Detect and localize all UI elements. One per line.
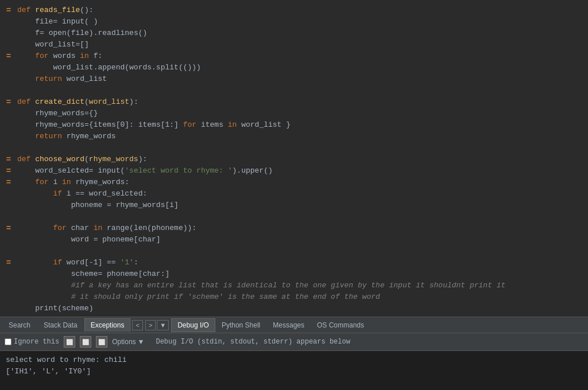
output-line-2: ['IH1', 'L', 'IY0']: [6, 366, 582, 377]
line-gutter: =: [0, 177, 17, 188]
toolbar-icon-btn-3[interactable]: ⬜: [96, 336, 107, 348]
line-content: word_list.append(words.split(())): [17, 62, 582, 73]
line-content: print(scheme): [17, 303, 582, 314]
code-line: =def create_dict(word_list):: [0, 96, 588, 108]
code-line: = for i in rhyme_words:: [0, 177, 588, 188]
output-line-1: select word to rhyme: chili: [6, 354, 582, 366]
code-line: print(scheme): [0, 303, 588, 314]
code-line: rhyme_words={items[0]: items[1:] for ite…: [0, 119, 588, 131]
line-content: word_selcted= input('select word to rhym…: [17, 165, 582, 177]
ignore-label: Ignore this: [14, 338, 59, 346]
toolbar-icon-btn-1[interactable]: ⬜: [64, 336, 75, 348]
debug-tab-messages[interactable]: Messages: [266, 318, 311, 332]
debug-tab-python-shell[interactable]: Python Shell: [215, 318, 266, 332]
code-line: [0, 85, 588, 96]
line-gutter: =: [0, 5, 17, 16]
line-content: scheme= phoneme[char:]: [17, 268, 582, 280]
line-content: for i in rhyme_words:: [17, 177, 582, 188]
line-content: word = phoneme[char]: [17, 234, 582, 245]
tab-stack-data[interactable]: Stack Data: [37, 318, 84, 332]
debug-tab-debug-i/o[interactable]: Debug I/O: [171, 318, 215, 332]
line-gutter: =: [0, 96, 17, 108]
line-content: for words in f:: [17, 50, 582, 62]
line-content: rhyme_words={}: [17, 108, 582, 119]
toolbar-bar: Ignore this ⬜ ⬜ ⬜ Options ▼ Debug I/O (s…: [0, 333, 588, 350]
line-gutter: =: [0, 154, 17, 165]
line-content: if word[-1] == '1':: [17, 257, 582, 268]
code-line: # it should only print if 'scheme' is th…: [0, 291, 588, 303]
code-line: [0, 245, 588, 257]
line-content: file= input( ): [17, 16, 582, 28]
code-line: print(): [0, 314, 588, 317]
line-content: return rhyme_words: [17, 131, 582, 142]
code-line: return rhyme_words: [0, 131, 588, 142]
ignore-checkbox-label[interactable]: Ignore this: [5, 338, 59, 346]
line-gutter: =: [0, 257, 17, 268]
code-line: =def reads_file():: [0, 5, 588, 16]
code-line: if i == word_selcted:: [0, 188, 588, 200]
code-line: [0, 142, 588, 154]
code-line: file= input( ): [0, 16, 588, 28]
code-line: scheme= phoneme[char:]: [0, 268, 588, 280]
tab-search[interactable]: Search: [2, 318, 37, 332]
code-line: #if a key has an entire list that is ide…: [0, 280, 588, 291]
code-line: =def choose_word(rhyme_words):: [0, 154, 588, 165]
nav-next-button[interactable]: >: [145, 320, 156, 330]
code-line: [0, 211, 588, 223]
toolbar-icon-btn-2[interactable]: ⬜: [80, 336, 91, 348]
line-content: # it should only print if 'scheme' is th…: [17, 291, 582, 303]
line-content: rhyme_words={items[0]: items[1:] for ite…: [17, 119, 582, 131]
code-line: word_list.append(words.split(())): [0, 62, 588, 73]
line-content: def choose_word(rhyme_words):: [17, 154, 582, 165]
ignore-checkbox[interactable]: [5, 338, 11, 345]
bottom-panel: SearchStack DataExceptions < > ▼ Debug I…: [0, 317, 588, 390]
nav-dropdown-button[interactable]: ▼: [157, 320, 169, 330]
code-line: return word_list: [0, 73, 588, 85]
code-line: = for char in range(len(phoneme)):: [0, 223, 588, 234]
code-line: = for words in f:: [0, 50, 588, 62]
output-area: select word to rhyme: chili ['IH1', 'L',…: [0, 351, 588, 390]
line-content: def create_dict(word_list):: [17, 96, 582, 108]
line-content: if i == word_selcted:: [17, 188, 582, 200]
debug-tab-os-commands[interactable]: OS Commands: [311, 318, 370, 332]
code-line: rhyme_words={}: [0, 108, 588, 119]
code-line: phoneme = rhyme_words[i]: [0, 200, 588, 211]
tab-exceptions[interactable]: Exceptions: [84, 318, 131, 332]
line-content: print(): [17, 314, 582, 317]
line-content: for char in range(len(phoneme)):: [17, 223, 582, 234]
line-content: return word_list: [17, 73, 582, 85]
line-content: def reads_file():: [17, 5, 582, 16]
line-content: word_list=[]: [17, 39, 582, 50]
code-line: word_list=[]: [0, 39, 588, 50]
code-line: f= open(file).readlines(): [0, 28, 588, 39]
debug-status-text: Debug I/O (stdin, stdout, stderr) appear…: [156, 338, 350, 346]
line-gutter: =: [0, 223, 17, 234]
code-line: = word_selcted= input('select word to rh…: [0, 165, 588, 177]
options-arrow-icon: ▼: [138, 338, 145, 346]
line-content: #if a key has an entire list that is ide…: [17, 280, 582, 291]
options-label: Options: [112, 338, 136, 346]
nav-prev-button[interactable]: <: [132, 320, 142, 330]
code-editor: =def reads_file(): file= input( ) f= ope…: [0, 0, 588, 317]
options-button[interactable]: Options ▼: [112, 338, 144, 346]
line-gutter: =: [0, 165, 17, 177]
line-gutter: =: [0, 50, 17, 62]
line-content: phoneme = rhyme_words[i]: [17, 200, 582, 211]
code-line: = if word[-1] == '1':: [0, 257, 588, 268]
line-content: f= open(file).readlines(): [17, 28, 582, 39]
code-line: word = phoneme[char]: [0, 234, 588, 245]
tabs-bar: SearchStack DataExceptions < > ▼ Debug I…: [0, 317, 588, 333]
